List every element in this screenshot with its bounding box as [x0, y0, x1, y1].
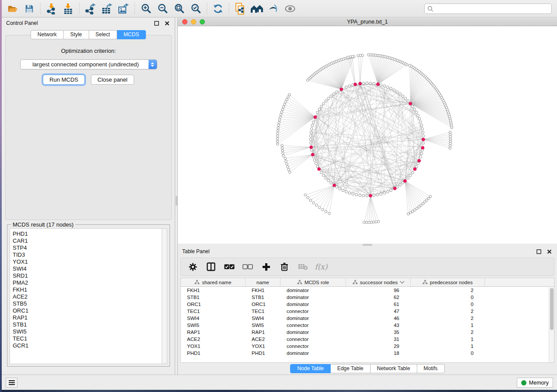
graph-leaf-node[interactable] [368, 221, 370, 224]
graph-leaf-node[interactable] [365, 221, 368, 224]
graph-leaf-node[interactable] [407, 213, 410, 215]
graph-leaf-node[interactable] [325, 210, 327, 213]
graph-dominator-node[interactable] [311, 153, 314, 156]
graph-dominator-node[interactable] [377, 83, 380, 86]
column-header-name[interactable]: name [246, 278, 280, 286]
scrollbar-thumb[interactable] [550, 288, 554, 330]
graph-leaf-node[interactable] [281, 108, 284, 111]
graph-leaf-node[interactable] [282, 106, 285, 108]
network-canvas[interactable] [178, 26, 557, 244]
graph-leaf-node[interactable] [278, 119, 281, 121]
refresh-button[interactable] [211, 2, 225, 16]
graph-leaf-node[interactable] [285, 160, 287, 162]
graph-leaf-node[interactable] [315, 204, 318, 206]
graph-node[interactable] [393, 89, 395, 92]
graph-leaf-node[interactable] [282, 155, 285, 157]
graph-node[interactable] [407, 100, 409, 102]
graph-node[interactable] [336, 186, 338, 189]
result-node-item[interactable]: ACE2 [13, 293, 162, 300]
result-node-item[interactable]: TID3 [13, 251, 162, 258]
graph-leaf-node[interactable] [449, 147, 451, 150]
result-node-item[interactable]: SWI5 [13, 328, 162, 335]
splitter-grip[interactable] [363, 244, 372, 246]
graph-node[interactable] [348, 85, 351, 87]
graph-node[interactable] [332, 93, 335, 95]
graph-leaf-node[interactable] [363, 221, 366, 224]
graph-node[interactable] [362, 82, 365, 85]
graph-node[interactable] [376, 193, 379, 196]
graph-leaf-node[interactable] [357, 55, 360, 57]
graph-leaf-node[interactable] [276, 143, 279, 145]
search-input[interactable] [434, 6, 549, 12]
graph-node[interactable] [325, 177, 327, 179]
graph-leaf-node[interactable] [312, 202, 315, 204]
table-row[interactable]: RAP1RAP1dominator352 [181, 329, 554, 336]
result-scrollbar[interactable] [162, 228, 167, 364]
table-row[interactable]: YOX1YOX1connector291 [181, 343, 554, 350]
graph-node[interactable] [310, 127, 313, 130]
graph-leaf-node[interactable] [277, 127, 280, 129]
graph-node[interactable] [342, 189, 344, 192]
ui-panels-menu-button[interactable] [6, 378, 17, 388]
graph-node[interactable] [390, 189, 392, 192]
import-table-button[interactable] [61, 2, 76, 16]
close-panel-icon[interactable] [546, 248, 553, 254]
graph-node[interactable] [418, 117, 421, 120]
close-panel-icon[interactable] [163, 20, 170, 26]
column-header-MCDS-role[interactable]: MCDS role [280, 278, 346, 286]
graph-node[interactable] [422, 142, 425, 144]
graph-leaf-node[interactable] [284, 157, 287, 160]
column-header-shared-name[interactable]: shared name [181, 278, 246, 286]
graph-leaf-node[interactable] [449, 140, 452, 143]
graph-node[interactable] [383, 85, 386, 87]
graph-dominator-node[interactable] [354, 83, 357, 86]
tab-motifs[interactable]: Motifs [417, 364, 445, 373]
graph-leaf-node[interactable] [288, 93, 291, 96]
result-node-item[interactable]: STB5 [13, 300, 162, 307]
graph-leaf-node[interactable] [279, 116, 282, 119]
graph-leaf-node[interactable] [304, 194, 307, 196]
graph-leaf-node[interactable] [287, 168, 290, 171]
graph-node[interactable] [419, 155, 422, 158]
graph-node[interactable] [339, 188, 341, 190]
graph-leaf-node[interactable] [286, 98, 288, 101]
table-row[interactable]: TEC1TEC1connector472 [181, 308, 554, 315]
column-header-predecessor-nodes[interactable]: predecessor nodes [411, 278, 485, 286]
table-row[interactable]: SWI5SWI5connector431 [181, 322, 554, 329]
graph-node[interactable] [352, 193, 354, 196]
graph-leaf-node[interactable] [277, 132, 279, 135]
result-node-item[interactable]: PMA2 [13, 279, 162, 286]
splitter-grip[interactable] [176, 196, 177, 206]
graph-node[interactable] [413, 108, 416, 110]
graph-node[interactable] [373, 194, 375, 197]
tab-style[interactable]: Style [64, 30, 89, 39]
zoom-selected-button[interactable] [188, 2, 203, 16]
optimization-criterion-select[interactable]: largest connected component (undirected) [20, 59, 157, 69]
graph-leaf-node[interactable] [449, 138, 452, 141]
tab-edge-table[interactable]: Edge Table [331, 364, 370, 373]
run-mcds-button[interactable]: Run MCDS [43, 75, 85, 85]
graph-leaf-node[interactable] [282, 152, 284, 155]
graph-node[interactable] [327, 179, 330, 182]
result-node-item[interactable]: GCR1 [13, 342, 162, 349]
graph-dominator-node[interactable] [333, 184, 336, 187]
result-node-item[interactable]: TEC1 [13, 335, 162, 342]
graph-node[interactable] [320, 105, 323, 108]
column-header-successor-nodes[interactable]: successor nodes [346, 278, 411, 286]
export-image-button[interactable] [116, 2, 131, 16]
graph-leaf-node[interactable] [278, 121, 280, 124]
fit-content-button[interactable] [172, 2, 187, 16]
open-file-button[interactable] [5, 2, 20, 16]
tab-network-table[interactable]: Network Table [370, 364, 417, 373]
graph-leaf-node[interactable] [449, 133, 452, 136]
graph-dominator-node[interactable] [359, 82, 362, 85]
graph-node[interactable] [415, 111, 418, 113]
result-node-item[interactable]: RAP1 [13, 314, 162, 321]
graph-leaf-node[interactable] [408, 64, 411, 67]
result-node-item[interactable]: CAR1 [13, 237, 162, 244]
first-neighbors-button[interactable] [249, 2, 264, 16]
graph-node[interactable] [387, 86, 389, 89]
result-node-item[interactable]: SWI4 [13, 265, 162, 272]
graph-node[interactable] [366, 82, 368, 85]
export-network-button[interactable] [83, 2, 98, 16]
